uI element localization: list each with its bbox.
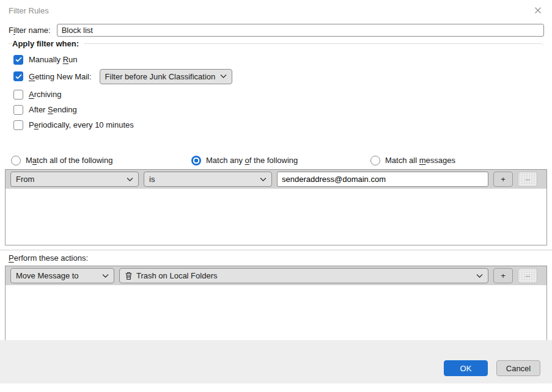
archiving-checkbox[interactable] bbox=[13, 90, 23, 100]
chevron-down-icon bbox=[102, 274, 109, 278]
filter-name-row: Filter name: bbox=[9, 24, 544, 37]
junk-classification-dropdown[interactable]: Filter before Junk Classification bbox=[100, 69, 233, 84]
check-icon bbox=[15, 74, 22, 79]
getting-new-mail-checkbox[interactable] bbox=[13, 71, 23, 81]
after-sending-checkbox[interactable] bbox=[13, 105, 23, 115]
condition-row: From is + – bbox=[6, 170, 546, 189]
section-divider bbox=[0, 250, 552, 250]
match-all-radio[interactable] bbox=[11, 156, 21, 165]
dialog-footer: OK Cancel bbox=[0, 340, 552, 383]
close-icon[interactable] bbox=[532, 5, 543, 16]
radio-match-messages[interactable]: Match all messages bbox=[370, 156, 455, 165]
cancel-button[interactable]: Cancel bbox=[496, 360, 540, 376]
action-row: Move Message to Trash on Local Folders +… bbox=[6, 266, 546, 285]
periodically-label[interactable]: Periodically, every 10 minutes bbox=[29, 120, 134, 129]
match-messages-radio[interactable] bbox=[370, 156, 380, 165]
add-condition-button[interactable]: + bbox=[493, 172, 513, 187]
match-messages-label[interactable]: Match all messages bbox=[385, 156, 455, 165]
match-all-label[interactable]: Match all of the following bbox=[26, 156, 112, 165]
chevron-down-icon bbox=[220, 74, 227, 78]
manually-run-label[interactable]: Manually Run bbox=[29, 55, 78, 64]
chevron-down-icon bbox=[127, 178, 133, 181]
checkbox-row-getting-new-mail[interactable]: Getting New Mail: Filter before Junk Cla… bbox=[13, 68, 544, 84]
check-icon bbox=[15, 57, 22, 62]
getting-new-mail-label[interactable]: Getting New Mail: bbox=[29, 72, 92, 81]
apply-filter-when-legend: Apply filter when: bbox=[12, 39, 84, 48]
remove-condition-button[interactable]: – bbox=[518, 172, 537, 187]
radio-match-all[interactable]: Match all of the following bbox=[11, 156, 191, 165]
checkbox-row-archiving[interactable]: Archiving bbox=[13, 89, 544, 100]
radio-match-any[interactable]: Match any of the following bbox=[191, 156, 370, 165]
chevron-down-icon bbox=[476, 274, 483, 278]
titlebar: Filter Rules bbox=[0, 0, 552, 17]
conditions-panel: From is + – bbox=[5, 169, 547, 245]
match-any-label[interactable]: Match any of the following bbox=[206, 156, 298, 165]
manually-run-checkbox[interactable] bbox=[13, 55, 23, 65]
filter-name-input[interactable] bbox=[57, 24, 544, 37]
action-target-label: Trash on Local Folders bbox=[136, 271, 217, 280]
archiving-label[interactable]: Archiving bbox=[29, 90, 61, 99]
condition-value-input[interactable] bbox=[277, 172, 488, 187]
match-options-row: Match all of the following Match any of … bbox=[0, 155, 552, 165]
chevron-down-icon bbox=[260, 178, 267, 181]
filter-name-label: Filter name: bbox=[9, 26, 51, 35]
action-type-dropdown[interactable]: Move Message to bbox=[10, 268, 114, 283]
action-target-folder-dropdown[interactable]: Trash on Local Folders bbox=[119, 268, 488, 283]
checkbox-row-manually-run[interactable]: Manually Run bbox=[13, 54, 544, 65]
perform-actions-label: Perform these actions: bbox=[9, 253, 543, 263]
actions-panel: Move Message to Trash on Local Folders +… bbox=[5, 266, 547, 346]
ok-button[interactable]: OK bbox=[444, 360, 488, 376]
apply-filter-when-group: Apply filter when: Manually Run Getting … bbox=[9, 39, 544, 130]
window-title: Filter Rules bbox=[9, 6, 49, 15]
condition-attribute-dropdown[interactable]: From bbox=[10, 172, 139, 187]
after-sending-label[interactable]: After Sending bbox=[29, 105, 77, 114]
checkbox-row-periodically[interactable]: Periodically, every 10 minutes bbox=[13, 120, 544, 130]
trash-icon bbox=[125, 272, 133, 280]
periodically-checkbox[interactable] bbox=[13, 120, 23, 130]
remove-action-button[interactable]: – bbox=[518, 268, 537, 283]
condition-operator-dropdown[interactable]: is bbox=[144, 172, 272, 187]
add-action-button[interactable]: + bbox=[493, 268, 513, 283]
checkbox-row-after-sending[interactable]: After Sending bbox=[13, 104, 544, 115]
match-any-radio[interactable] bbox=[191, 156, 201, 165]
